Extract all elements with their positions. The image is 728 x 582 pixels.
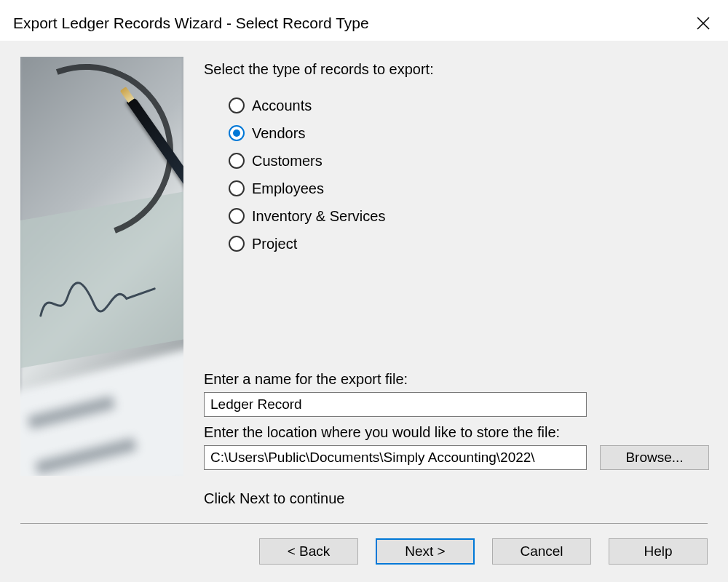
wizard-button-row: < Back Next > Cancel Help xyxy=(0,524,728,582)
record-type-radio[interactable]: Customers xyxy=(229,149,709,172)
filename-label: Enter a name for the export file: xyxy=(204,371,709,388)
titlebar: Export Ledger Records Wizard - Select Re… xyxy=(0,0,728,41)
close-button[interactable] xyxy=(692,12,715,35)
radio-icon xyxy=(229,208,245,224)
record-type-radio[interactable]: Accounts xyxy=(229,94,709,117)
cancel-button[interactable]: Cancel xyxy=(492,538,591,565)
radio-label: Project xyxy=(252,236,297,252)
radio-label: Customers xyxy=(252,153,323,170)
record-type-radio-group: AccountsVendorsCustomersEmployeesInvento… xyxy=(229,94,709,255)
next-button[interactable]: Next > xyxy=(376,538,475,565)
client-area: Select the type of records to export: Ac… xyxy=(0,41,728,582)
wizard-banner-image xyxy=(20,57,183,476)
radio-icon xyxy=(229,125,245,141)
select-type-prompt: Select the type of records to export: xyxy=(204,61,709,78)
radio-label: Vendors xyxy=(252,125,305,142)
radio-label: Accounts xyxy=(252,97,312,114)
back-button[interactable]: < Back xyxy=(259,538,358,565)
location-row: Browse... xyxy=(204,445,709,470)
filename-input[interactable] xyxy=(204,392,587,417)
export-wizard-dialog: Export Ledger Records Wizard - Select Re… xyxy=(0,0,728,582)
close-icon xyxy=(697,17,710,30)
record-type-radio[interactable]: Vendors xyxy=(229,121,709,145)
location-label: Enter the location where you would like … xyxy=(204,424,709,441)
record-type-radio[interactable]: Inventory & Services xyxy=(229,204,709,228)
continue-hint: Click Next to continue xyxy=(204,490,709,507)
record-type-radio[interactable]: Project xyxy=(229,232,709,255)
window-title: Export Ledger Records Wizard - Select Re… xyxy=(13,15,369,32)
radio-icon xyxy=(229,153,245,169)
radio-icon xyxy=(229,180,245,196)
content-row: Select the type of records to export: Ac… xyxy=(0,41,728,507)
browse-button[interactable]: Browse... xyxy=(600,445,709,470)
form-column: Select the type of records to export: Ac… xyxy=(204,57,709,507)
help-button[interactable]: Help xyxy=(609,538,708,565)
radio-icon xyxy=(229,97,245,113)
radio-label: Employees xyxy=(252,180,324,197)
radio-icon xyxy=(229,236,245,252)
location-input[interactable] xyxy=(204,445,587,470)
radio-label: Inventory & Services xyxy=(252,208,385,225)
record-type-radio[interactable]: Employees xyxy=(229,177,709,200)
